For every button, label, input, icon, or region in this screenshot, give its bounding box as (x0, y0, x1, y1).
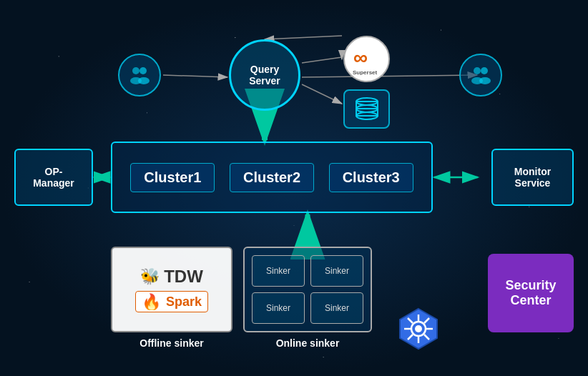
svg-line-10 (265, 36, 342, 39)
op-manager-label-line2: Manager (33, 177, 74, 189)
cluster2-node: Cluster2 (230, 163, 314, 192)
superset-node: ∞ Superset (343, 36, 390, 82)
spark-flame-icon: 🔥 (142, 293, 163, 310)
database-icon (353, 97, 381, 122)
online-sinker-box: Sinker Sinker Sinker Sinker (243, 247, 372, 332)
svg-point-42 (415, 325, 422, 332)
svg-point-22 (481, 67, 488, 74)
op-manager-label-line1: OP- (33, 166, 74, 177)
svg-line-11 (302, 84, 342, 104)
diagram: ∞ Superset Query Server OP- Manager Clus… (0, 0, 588, 376)
kubernetes-icon (397, 307, 440, 350)
cluster-box: Cluster1 Cluster2 Cluster3 (111, 142, 433, 213)
cluster1-label: Cluster1 (144, 169, 201, 185)
spark-label: Spark (166, 295, 202, 310)
users-right (459, 54, 502, 97)
svg-point-16 (132, 67, 139, 74)
offline-sinker-box: 🐝 TDW 🔥 Spark (111, 247, 232, 332)
svg-line-6 (163, 75, 227, 77)
users-left-icon (127, 62, 152, 88)
query-server-node: Query Server (229, 39, 300, 111)
superset-icon: ∞ Superset (351, 43, 383, 75)
users-right-icon (468, 62, 494, 88)
op-manager-node: OP- Manager (14, 149, 93, 206)
monitor-service-label-line2: Service (514, 177, 551, 189)
sinker-cell-2: Sinker (310, 255, 363, 287)
sinker-cell-1: Sinker (252, 255, 305, 287)
security-center-label-line1: Security (505, 278, 556, 293)
cluster1-node: Cluster1 (130, 163, 215, 192)
monitor-service-node: Monitor Service (491, 149, 574, 206)
sinker-cell-4: Sinker (310, 292, 363, 324)
svg-point-20 (474, 67, 481, 74)
cluster2-label: Cluster2 (243, 169, 300, 185)
tdw-label: TDW (164, 267, 203, 287)
svg-text:🔥: 🔥 (142, 293, 162, 310)
svg-point-19 (138, 77, 150, 84)
query-server-label-line2: Server (249, 75, 280, 86)
users-left (118, 54, 161, 97)
svg-point-18 (139, 67, 147, 74)
monitor-service-label-line1: Monitor (514, 166, 551, 177)
svg-line-8 (302, 57, 342, 63)
tdw-row: 🐝 TDW (140, 267, 203, 287)
sinker-cell-3: Sinker (252, 292, 305, 324)
svg-point-23 (479, 77, 491, 84)
svg-line-7 (302, 75, 477, 77)
svg-text:Superset: Superset (353, 69, 378, 75)
spark-row: 🔥 Spark (135, 291, 208, 312)
security-center-label-line2: Center (505, 293, 556, 308)
cluster3-label: Cluster3 (343, 169, 400, 185)
security-center-node: Security Center (488, 254, 574, 332)
database-node (343, 89, 390, 129)
cluster3-node: Cluster3 (329, 163, 413, 192)
svg-text:∞: ∞ (353, 46, 368, 69)
tdw-bee-icon: 🐝 (140, 267, 160, 286)
query-server-label-line1: Query (250, 64, 279, 75)
